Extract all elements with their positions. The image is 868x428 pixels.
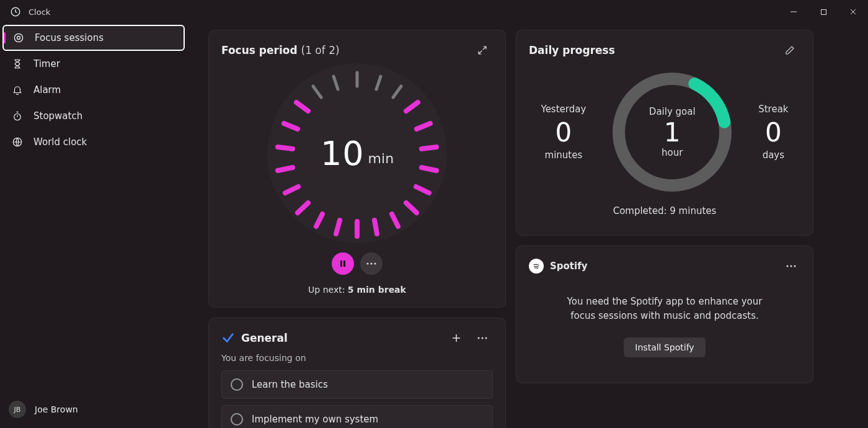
focus-title: Focus period (1 of 2) <box>221 44 340 56</box>
avatar-initials: JB <box>14 406 21 414</box>
spotify-card: Spotify You need the Spotify app to enha… <box>516 246 813 383</box>
ring-value: 1 <box>664 120 681 146</box>
app-title: Clock <box>29 7 50 17</box>
sidebar-item-label: Alarm <box>33 84 61 96</box>
pause-button[interactable] <box>332 252 354 275</box>
close-button[interactable] <box>838 0 868 24</box>
titlebar: Clock <box>0 0 868 24</box>
ring-unit: hour <box>662 147 683 158</box>
task-text: Learn the basics <box>252 379 328 390</box>
tasks-card: General You are focusing on Learn the ba… <box>208 318 506 428</box>
daily-progress-card: Daily progress Yesterday 0 minutes <box>516 30 813 236</box>
focus-time-display: 10 min <box>264 60 450 246</box>
minimize-button[interactable] <box>779 0 808 24</box>
focus-minutes-unit: min <box>368 151 394 166</box>
stat-value: 0 <box>758 120 788 146</box>
sidebar-item-label: World clock <box>33 136 87 148</box>
svg-point-34 <box>374 263 376 265</box>
focus-title-sub: (1 of 2) <box>301 44 340 56</box>
task-text: Implement my own system <box>252 414 378 425</box>
task-item[interactable]: Implement my own system <box>221 405 493 428</box>
stat-yesterday: Yesterday 0 minutes <box>541 104 586 161</box>
svg-rect-30 <box>340 261 342 267</box>
stat-label: Yesterday <box>541 104 586 115</box>
svg-point-43 <box>794 265 796 267</box>
bell-icon <box>11 84 24 96</box>
user-name: Joe Brown <box>35 404 78 414</box>
svg-point-42 <box>790 265 792 267</box>
daily-progress-title: Daily progress <box>529 44 615 56</box>
focus-period-card: Focus period (1 of 2) <box>208 30 506 308</box>
tasks-title: General <box>241 332 288 344</box>
svg-point-41 <box>787 265 789 267</box>
spotify-icon <box>529 259 544 274</box>
svg-point-3 <box>14 33 22 42</box>
spotify-title: Spotify <box>550 261 587 272</box>
stat-value: 0 <box>541 120 586 146</box>
maximize-button[interactable] <box>808 0 838 24</box>
content: Focus period (1 of 2) <box>187 24 868 428</box>
stat-unit: minutes <box>541 149 586 161</box>
svg-point-32 <box>367 263 369 265</box>
install-spotify-button[interactable]: Install Spotify <box>624 337 705 357</box>
svg-rect-2 <box>821 9 826 14</box>
focus-title-main: Focus period <box>221 44 298 56</box>
tasks-more-button[interactable] <box>472 328 493 349</box>
sidebar: Focus sessions Timer Alarm Stopwatch Wor… <box>0 24 187 428</box>
spotify-more-button[interactable] <box>782 257 800 275</box>
expand-button[interactable] <box>472 40 493 61</box>
edit-button[interactable] <box>779 40 800 61</box>
stat-label: Streak <box>758 104 788 115</box>
globe-icon <box>11 136 24 148</box>
sidebar-item-alarm[interactable]: Alarm <box>2 77 185 103</box>
stat-streak: Streak 0 days <box>758 104 788 161</box>
spotify-description: You need the Spotify app to enhance your… <box>554 295 776 323</box>
tasks-subtitle: You are focusing on <box>221 353 493 363</box>
focus-more-button[interactable] <box>360 252 383 275</box>
completed-text: Completed: 9 minutes <box>529 205 800 216</box>
sidebar-item-stopwatch[interactable]: Stopwatch <box>2 103 185 129</box>
add-task-button[interactable] <box>446 328 467 349</box>
task-radio[interactable] <box>231 378 243 391</box>
svg-point-36 <box>482 337 484 339</box>
sidebar-item-label: Focus sessions <box>35 32 104 43</box>
svg-rect-31 <box>343 261 345 267</box>
sidebar-item-world-clock[interactable]: World clock <box>2 129 185 155</box>
focus-dial: 10 min <box>264 60 450 246</box>
svg-point-4 <box>17 37 20 40</box>
hourglass-icon <box>11 58 24 70</box>
daily-goal-ring: Daily goal 1 hour <box>610 70 734 194</box>
avatar: JB <box>9 401 26 418</box>
window-controls <box>779 0 868 24</box>
ring-label: Daily goal <box>649 106 696 117</box>
todo-icon <box>221 331 235 345</box>
task-radio[interactable] <box>231 413 243 426</box>
focus-minutes-value: 10 <box>321 134 365 173</box>
sidebar-item-label: Stopwatch <box>33 110 82 122</box>
stopwatch-icon <box>11 110 24 122</box>
sidebar-item-focus-sessions[interactable]: Focus sessions <box>2 25 185 51</box>
svg-point-35 <box>478 337 480 339</box>
sidebar-item-label: Timer <box>33 58 60 69</box>
up-next-text: Up next: 5 min break <box>308 285 406 295</box>
clock-app-icon <box>10 6 21 17</box>
focus-icon <box>12 32 25 44</box>
sidebar-item-timer[interactable]: Timer <box>2 51 185 77</box>
stat-unit: days <box>758 149 788 161</box>
task-item[interactable]: Learn the basics <box>221 370 493 399</box>
user-row[interactable]: JB Joe Brown <box>0 391 187 428</box>
svg-point-37 <box>485 337 487 339</box>
svg-point-33 <box>371 263 373 265</box>
up-next-value: 5 min break <box>348 285 406 295</box>
up-next-prefix: Up next: <box>308 285 348 295</box>
